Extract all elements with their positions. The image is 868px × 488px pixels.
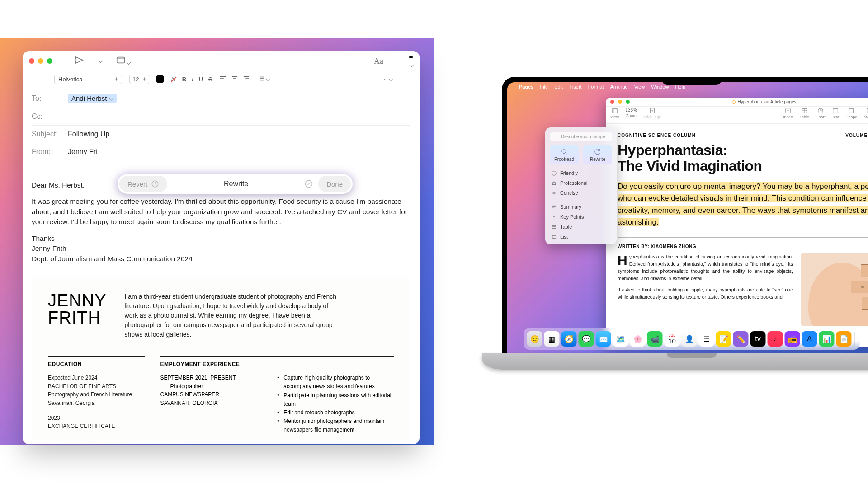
list-menu-icon[interactable] — [259, 76, 269, 83]
dock-maps[interactable]: 🗺️ — [613, 331, 628, 347]
subject-row[interactable]: Subject: Following Up — [32, 126, 410, 143]
minimize-button[interactable] — [38, 58, 43, 64]
divider — [618, 237, 868, 238]
concise-option[interactable]: Concise — [550, 188, 612, 198]
employment-heading: EMPLOYMENT EXPERIENCE — [160, 361, 394, 367]
dock-podcasts[interactable]: 📻 — [785, 331, 800, 347]
pages-document[interactable]: COGNITIVE SCIENCE COLUMNVOLUME 7, ISSUE … — [606, 124, 868, 335]
cc-row[interactable]: Cc: — [32, 108, 410, 126]
dock-appstore[interactable]: A — [802, 331, 817, 347]
key-points-option[interactable]: Key Points — [550, 212, 612, 222]
menu-insert[interactable]: Insert — [569, 84, 582, 89]
tb-insert[interactable]: Insert — [783, 108, 793, 119]
to-label: To: — [32, 94, 63, 103]
strike-button[interactable]: S — [208, 76, 212, 83]
italic-button[interactable]: I — [192, 76, 193, 83]
close-button[interactable] — [610, 100, 614, 104]
proofread-card[interactable]: Proofread — [550, 145, 579, 164]
dock-tv[interactable]: tv — [750, 331, 766, 347]
table-option[interactable]: Table — [550, 222, 612, 232]
svg-point-21 — [553, 216, 555, 217]
send-icon[interactable] — [74, 55, 84, 67]
text-color-swatch[interactable] — [156, 75, 164, 83]
dock-finder[interactable]: 🙂 — [527, 331, 542, 347]
dock-notes[interactable]: 📝 — [716, 331, 731, 347]
pages-window: Hyperphantasia Article.pages View 136%Zo… — [606, 98, 868, 347]
pages-window-controls — [610, 100, 630, 104]
dock-calendar[interactable]: JUL10 — [665, 331, 680, 347]
tb-text[interactable]: Text — [832, 108, 840, 119]
svg-rect-9 — [612, 109, 617, 113]
tb-table[interactable]: Table — [799, 108, 809, 119]
align-center-icon[interactable] — [231, 76, 238, 83]
dock-pages[interactable]: 📄 — [836, 331, 852, 347]
indent-menu-icon[interactable]: →| — [381, 76, 392, 83]
menu-file[interactable]: File — [540, 84, 548, 89]
tb-view[interactable]: View — [610, 108, 619, 119]
summary-option[interactable]: Summary — [550, 202, 612, 212]
list-option[interactable]: List — [550, 232, 612, 242]
dock-photos[interactable]: 🌸 — [630, 331, 646, 347]
dock-numbers[interactable]: 📊 — [819, 331, 835, 347]
format-icon[interactable]: Aa — [374, 56, 383, 66]
align-right-icon[interactable] — [243, 76, 250, 83]
dock-messages[interactable]: 💬 — [579, 331, 594, 347]
font-size-select[interactable]: 12▲▼ — [129, 75, 149, 84]
describe-change-input[interactable]: Describe your change — [550, 132, 612, 141]
pages-titlebar: Hyperphantasia Article.pages — [606, 98, 868, 107]
svg-point-18 — [562, 150, 566, 154]
dock-freeform[interactable]: ✏️ — [733, 331, 749, 347]
bold-button[interactable]: B — [182, 76, 186, 83]
underline-button[interactable]: U — [199, 76, 203, 83]
rewrite-button[interactable]: Rewrite — [170, 180, 302, 188]
headers-icon[interactable] — [116, 55, 130, 67]
zoom-button[interactable] — [47, 58, 52, 64]
professional-option[interactable]: Professional — [550, 178, 612, 188]
close-button[interactable] — [29, 58, 34, 64]
dock-safari[interactable]: 🧭 — [561, 331, 577, 347]
document-title[interactable]: Hyperphantasia Article.pages — [630, 99, 868, 104]
employment-column: EMPLOYMENT EXPERIENCE SEPTEMBER 2021–PRE… — [160, 356, 394, 434]
menu-app[interactable]: Pages — [519, 84, 533, 89]
sig-name: Jenny Frith — [32, 244, 410, 253]
minimize-button[interactable] — [618, 100, 622, 104]
align-group — [220, 76, 250, 83]
revert-icon — [151, 180, 159, 188]
recipient-chip[interactable]: Andi Herbst — [68, 94, 117, 103]
from-label: From: — [32, 148, 63, 156]
clear-style-icon[interactable]: A — [171, 76, 175, 83]
tb-media[interactable]: Media — [863, 108, 868, 119]
tb-add-page[interactable]: Add Page — [643, 108, 661, 119]
to-row[interactable]: To: Andi Herbst — [32, 89, 410, 108]
menu-view[interactable]: View — [634, 84, 645, 89]
done-button[interactable]: Done — [318, 176, 351, 192]
send-options-chevron-icon[interactable] — [98, 57, 102, 65]
tb-shape[interactable]: Shape — [845, 108, 857, 119]
font-family-select[interactable]: Helvetica▲▼ — [54, 75, 122, 84]
svg-rect-20 — [552, 182, 555, 184]
laptop-base — [482, 353, 868, 370]
article-body: Hyperphantasia is the condition of havin… — [618, 253, 793, 326]
zoom-button[interactable] — [626, 100, 630, 104]
dock-mail[interactable]: ✉️ — [596, 331, 611, 347]
compose-icon[interactable] — [305, 180, 313, 188]
svg-point-19 — [552, 171, 556, 175]
menu-arrange[interactable]: Arrange — [610, 84, 627, 89]
dock-contacts[interactable]: 👤 — [682, 331, 697, 347]
menu-format[interactable]: Format — [588, 84, 604, 89]
from-row[interactable]: From: Jenny Fri — [32, 143, 410, 160]
dock-music[interactable]: ♪ — [768, 331, 783, 347]
dock-facetime[interactable]: 📹 — [647, 331, 663, 347]
tb-chart[interactable]: Chart — [816, 108, 826, 119]
rewrite-card[interactable]: Rewrite — [583, 145, 612, 164]
photo-icon[interactable] — [409, 53, 413, 69]
align-left-icon[interactable] — [220, 76, 226, 83]
dock-reminders[interactable]: ☰ — [699, 331, 714, 347]
tb-zoom[interactable]: 136%Zoom — [625, 108, 637, 119]
menu-edit[interactable]: Edit — [554, 84, 563, 89]
friendly-option[interactable]: Friendly — [550, 168, 612, 178]
svg-point-25 — [552, 238, 553, 239]
subject-value: Following Up — [68, 130, 109, 138]
revert-button[interactable]: Revert — [119, 176, 167, 192]
dock-launchpad[interactable]: ▦ — [544, 331, 560, 347]
